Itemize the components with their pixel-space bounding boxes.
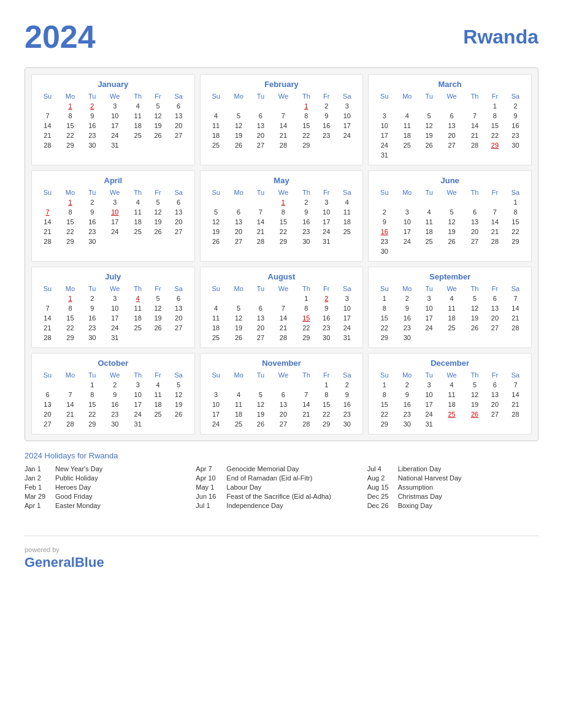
cal-day: 1 <box>373 294 395 303</box>
cal-day: 17 <box>102 121 128 131</box>
weekday-header: Mo <box>227 370 251 380</box>
cal-day: 20 <box>168 217 190 227</box>
weekday-header: We <box>102 188 128 197</box>
cal-day: 7 <box>251 207 271 217</box>
holiday-row: Jan 2Public Holiday <box>25 474 196 482</box>
cal-day <box>419 197 439 207</box>
cal-day: 22 <box>296 131 317 140</box>
cal-day: 14 <box>37 121 58 131</box>
cal-day: 17 <box>102 313 128 323</box>
weekday-header: We <box>439 91 464 101</box>
cal-day <box>168 333 190 343</box>
cal-day: 29 <box>58 140 82 150</box>
holiday-name: Boxing Day <box>398 502 432 509</box>
holidays-column: Jan 1New Year's DayJan 2Public HolidayFe… <box>25 465 196 511</box>
holiday-row: Apr 10End of Ramadan (Eid al-Fitr) <box>196 474 367 482</box>
cal-day: 1 <box>296 294 317 303</box>
holiday-name: Liberation Day <box>398 465 442 472</box>
cal-day: 20 <box>464 227 485 237</box>
cal-day: 2 <box>373 207 395 217</box>
cal-day <box>102 237 128 246</box>
cal-day: 21 <box>485 227 505 237</box>
cal-day: 15 <box>296 121 317 131</box>
cal-day: 13 <box>168 207 190 217</box>
cal-day: 11 <box>128 207 148 217</box>
cal-day: 8 <box>485 111 505 121</box>
cal-day: 5 <box>464 380 485 390</box>
cal-day: 24 <box>395 237 419 246</box>
cal-day: 18 <box>128 121 148 131</box>
cal-day <box>148 140 167 150</box>
cal-day <box>419 333 439 343</box>
cal-day: 5 <box>419 111 439 121</box>
cal-day <box>464 101 485 111</box>
cal-day <box>227 294 251 303</box>
cal-day: 15 <box>58 217 82 227</box>
cal-day: 25 <box>395 140 419 150</box>
cal-table-september: SuMoTuWeThFrSa12345678910111213141516171… <box>373 284 526 343</box>
holiday-row: Mar 29Good Friday <box>25 493 196 500</box>
cal-day: 21 <box>37 131 58 140</box>
cal-day: 8 <box>505 207 526 217</box>
month-title-june: June <box>373 176 526 185</box>
cal-day: 1 <box>58 101 82 111</box>
cal-day: 1 <box>58 294 82 303</box>
holidays-column: Apr 7Genocide Memorial DayApr 10End of R… <box>196 465 367 511</box>
cal-day: 20 <box>168 313 190 323</box>
weekday-header: Fr <box>485 188 505 197</box>
cal-day: 17 <box>336 121 358 131</box>
brand-blue: Blue <box>75 555 104 570</box>
cal-day: 18 <box>205 323 227 333</box>
holiday-date: Jun 16 <box>196 493 221 500</box>
cal-day: 12 <box>148 111 167 121</box>
cal-day: 25 <box>336 227 358 237</box>
cal-table-june: SuMoTuWeThFrSa12345678910111213141516171… <box>373 188 526 256</box>
cal-day: 10 <box>395 217 419 227</box>
cal-day: 3 <box>373 111 395 121</box>
cal-day: 27 <box>168 131 190 140</box>
cal-day: 10 <box>373 121 395 131</box>
month-box-january: JanuarySuMoTuWeThFrSa1234567891011121314… <box>31 74 195 165</box>
cal-day: 20 <box>251 131 271 140</box>
month-title-august: August <box>205 272 358 281</box>
cal-day: 3 <box>336 101 358 111</box>
weekday-header: Th <box>464 188 485 197</box>
cal-day <box>505 246 526 256</box>
holiday-row: Dec 26Boxing Day <box>367 502 538 509</box>
cal-day: 4 <box>227 390 251 400</box>
cal-day: 15 <box>296 313 317 323</box>
weekday-header: Su <box>373 188 395 197</box>
month-box-october: OctoberSuMoTuWeThFrSa1234567891011121314… <box>31 353 195 434</box>
cal-day: 25 <box>205 140 227 150</box>
cal-day <box>336 140 358 150</box>
weekday-header: Fr <box>485 370 505 380</box>
cal-day <box>419 101 439 111</box>
holiday-row: Jun 16Feast of the Sacrifice (Eid al-Adh… <box>196 493 367 500</box>
cal-day: 24 <box>419 323 439 333</box>
cal-day: 31 <box>102 140 128 150</box>
holiday-row: May 1Labour Day <box>196 483 367 491</box>
cal-day <box>270 380 296 390</box>
cal-day: 20 <box>251 323 271 333</box>
cal-day: 15 <box>82 400 102 409</box>
cal-table-august: SuMoTuWeThFrSa12345678910111213141516171… <box>205 284 358 343</box>
cal-day: 28 <box>251 237 271 246</box>
cal-day: 24 <box>128 409 148 419</box>
cal-day: 19 <box>205 227 227 237</box>
cal-day: 29 <box>485 140 505 150</box>
cal-day: 19 <box>419 131 439 140</box>
cal-day: 6 <box>485 380 505 390</box>
cal-day <box>58 380 82 390</box>
cal-day <box>464 150 485 160</box>
weekday-header: Fr <box>316 188 336 197</box>
cal-day: 22 <box>485 131 505 140</box>
cal-day: 3 <box>419 294 439 303</box>
cal-day: 7 <box>270 303 296 313</box>
cal-day: 5 <box>168 380 190 390</box>
cal-day: 29 <box>296 140 317 150</box>
weekday-header: Su <box>205 91 227 101</box>
cal-day: 28 <box>505 409 526 419</box>
weekday-header: Th <box>128 284 148 294</box>
cal-table-march: SuMoTuWeThFrSa12345678910111213141516171… <box>373 91 526 160</box>
powered-by-text: powered by <box>25 546 538 553</box>
